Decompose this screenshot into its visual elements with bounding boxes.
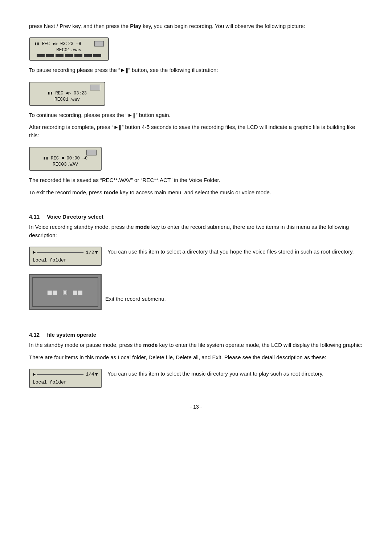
lcd-dir1-top: ► 1/2 ▼ [33, 250, 98, 255]
local-folder-block-1: ► 1/2 ▼ Local folder You can use this it… [29, 243, 363, 267]
section-412: 4.12 file system operate In the standby … [29, 332, 363, 389]
page-number: - 13 - [29, 404, 363, 410]
lcd1-bars [34, 54, 104, 57]
lcd1-line2: REC01.wav [34, 47, 104, 53]
page-num-text: - 13 - [190, 404, 202, 410]
lcd3-battery-icon [86, 150, 97, 155]
lcd2-line1: ▮▮ REC ●▷ 03:23 [34, 90, 100, 96]
sec412-body-text: In the standby mode or pause mode, press… [29, 342, 143, 348]
lcd-exit-border [32, 277, 98, 307]
sec412-bold: mode [143, 342, 158, 348]
lcd-dir2-spacer [37, 374, 83, 375]
intro-paragraph: press Next / Prev key, and then press th… [29, 22, 363, 30]
continue-text: To continue recording, please press the … [29, 112, 171, 118]
lcd3-battery-row [34, 150, 97, 155]
lcd2-battery-row [34, 85, 100, 90]
lcd1-line1: ▮▮ REC ●▷ 03:23 →θ [34, 41, 81, 46]
exit-record-bold: mode [104, 189, 118, 195]
exit-screen-block: ■■ ▣ ■■ Exit the record submenu. [29, 270, 363, 312]
lcd-screen-3: ▮▮ REC ■ 00:00 →θ REC03.WAV [29, 147, 102, 171]
sec411-num: 4.11 [29, 214, 40, 220]
section-411: 4.11 Voice Directory select In Voice rec… [29, 214, 363, 312]
sec411-bold: mode [135, 224, 150, 230]
lcd-dir-2: ► 1/4 ▼ Local folder [29, 369, 102, 388]
pause-paragraph: To pause recording please press the “►‖”… [29, 66, 363, 74]
lcd-dir1-label: Local folder [33, 258, 98, 263]
bar2 [46, 54, 54, 57]
local-folder-desc-text: You can use this item to select a direct… [107, 248, 354, 255]
local-folder-desc2-text: You can use this item to select the musi… [107, 370, 323, 377]
lcd-dir2-top: ► 1/4 ▼ [33, 372, 98, 377]
lcd1-top-row: ▮▮ REC ●▷ 03:23 →θ [34, 41, 104, 46]
sec412-end: key to enter the file system operate mod… [158, 342, 362, 348]
lcd3-line1: ▮▮ REC ■ 00:00 →θ [34, 155, 97, 161]
sec411-body-text: In Voice recording standby mode, press t… [29, 224, 135, 230]
exit-desc-text-wrap: Exit the record submenu. [102, 270, 166, 302]
lcd-dir2-page: 1/4 [86, 372, 94, 377]
local-folder-desc-1: You can use this item to select a direct… [107, 243, 363, 256]
four-items-text: There are four items in this mode as Loc… [29, 354, 326, 360]
lcd-dir1-page: 1/2 [86, 250, 94, 255]
bar1 [37, 54, 45, 57]
lcd-dir1-arrow-r: ▼ [95, 250, 98, 255]
lcd1-battery [94, 41, 104, 46]
sec412-body-paragraph: In the standby mode or pause mode, press… [29, 341, 363, 349]
save-text: After recording is complete, press “►‖” … [29, 124, 355, 138]
exit-record-paragraph: To exit the record mode, press mode key … [29, 188, 363, 197]
bar5 [74, 54, 82, 57]
bar7 [93, 54, 101, 57]
lcd-dir-1: ► 1/2 ▼ Local folder [29, 247, 102, 266]
sec412-num: 4.12 [29, 332, 40, 338]
save-paragraph: After recording is complete, press “►‖” … [29, 123, 363, 140]
saved-as-text: The recorded file is saved as “REC**.WAV… [29, 177, 220, 183]
lcd-dir2-arrow-r: ▼ [95, 372, 98, 377]
lcd2-line2: REC01.wav [34, 97, 100, 102]
lcd-exit-screen: ■■ ▣ ■■ [29, 274, 102, 310]
pause-text: To pause recording please press the “►‖”… [29, 67, 218, 73]
lcd-dir1-arrow-l: ► [33, 250, 36, 255]
intro-play-bold: Play [130, 23, 141, 29]
local-folder-block-2: ► 1/4 ▼ Local folder You can use this it… [29, 365, 363, 389]
bar6 [84, 54, 92, 57]
intro-text-before: press Next / Prev key, and then press th… [29, 23, 130, 29]
intro-text-after: key, you can begin recording. You will o… [141, 23, 305, 29]
bar4 [65, 54, 73, 57]
lcd3-line2: REC03.WAV [34, 162, 97, 167]
sec412-title: file system operate [47, 332, 96, 338]
lcd-dir2-arrow-l: ► [33, 372, 36, 377]
section-412-heading: 4.12 file system operate [29, 332, 363, 338]
continue-paragraph: To continue recording, please press the … [29, 111, 363, 119]
lcd2-battery-icon [90, 85, 100, 90]
four-items-paragraph: There are four items in this mode as Loc… [29, 353, 363, 361]
lcd-dir2-label: Local folder [33, 380, 98, 385]
lcd-dir1-spacer [37, 252, 83, 253]
exit-record-after: key to access main menu, and select the … [118, 189, 271, 195]
sec411-body-paragraph: In Voice recording standby mode, press t… [29, 223, 363, 240]
exit-desc-text: Exit the record submenu. [105, 296, 166, 302]
local-folder-desc-2: You can use this item to select the musi… [107, 365, 363, 378]
bar3 [56, 54, 64, 57]
lcd-screen-1: ▮▮ REC ●▷ 03:23 →θ REC01.wav [29, 37, 109, 61]
exit-record-before: To exit the record mode, press [29, 189, 104, 195]
section-411-heading: 4.11 Voice Directory select [29, 214, 363, 220]
sec411-title: Voice Directory select [47, 214, 103, 220]
lcd-screen-2: ▮▮ REC ●▷ 03:23 REC01.wav [29, 82, 105, 106]
saved-as-paragraph: The recorded file is saved as “REC**.WAV… [29, 176, 363, 184]
